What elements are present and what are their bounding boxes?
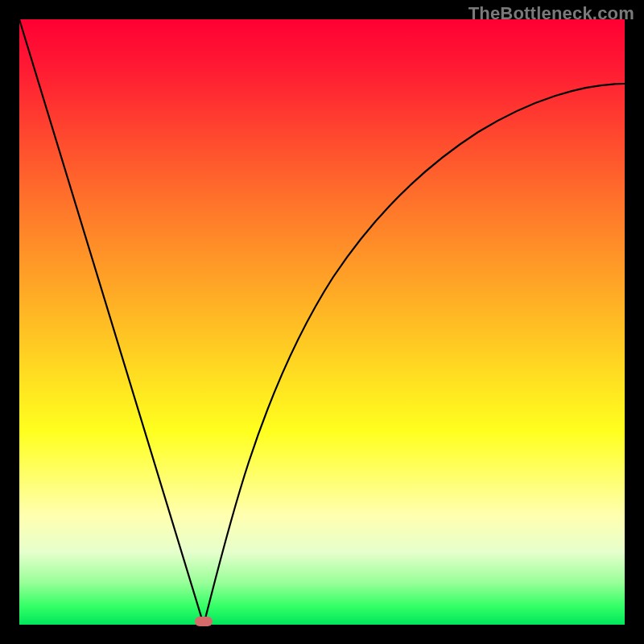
chart-area <box>19 19 625 625</box>
watermark-text: TheBottleneck.com <box>469 3 634 24</box>
optimum-marker <box>195 617 213 626</box>
bottleneck-curve <box>19 19 625 625</box>
curve-path <box>19 19 625 625</box>
